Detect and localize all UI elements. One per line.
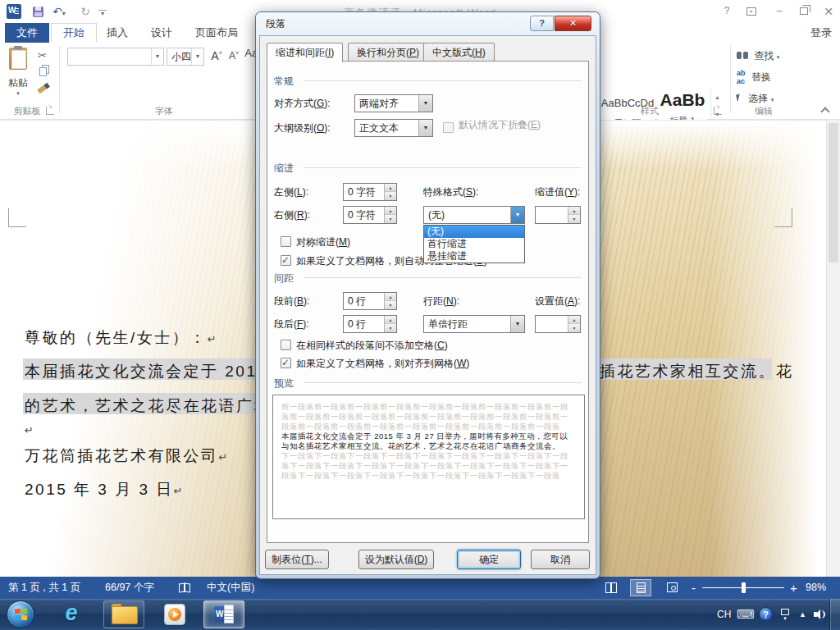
mirror-indents-checkbox[interactable]: [281, 236, 291, 247]
copy-icon[interactable]: [39, 64, 47, 73]
word-count[interactable]: 66/97 个字: [105, 577, 154, 599]
no-space-same-style-checkbox[interactable]: [281, 340, 291, 350]
doc-line-body2: 的艺术，艺术之花尽在花语广场商: [25, 395, 290, 417]
zoom-percent[interactable]: 98%: [806, 577, 826, 599]
paste-icon: [9, 48, 27, 70]
auto-adjust-indent-checkbox[interactable]: [281, 255, 291, 266]
keyboard-icon[interactable]: ⌨: [737, 599, 755, 630]
paste-button[interactable]: 粘贴 ▾: [3, 46, 33, 107]
styles-dialog-launcher-icon[interactable]: [714, 107, 722, 115]
help-icon[interactable]: ?: [720, 5, 733, 16]
save-button[interactable]: [30, 4, 46, 19]
alignment-combo[interactable]: 两端对齐: [354, 94, 433, 112]
outline-level-combo[interactable]: 正文文本: [354, 119, 433, 137]
special-format-combo[interactable]: (无): [423, 206, 525, 224]
zoom-out-button[interactable]: -: [692, 577, 696, 599]
indent-left-label: 左侧(L):: [274, 183, 308, 201]
dropdown-option-first-line[interactable]: 首行缩进: [424, 238, 524, 250]
space-before-spinner[interactable]: 0 行 ▲▼: [343, 292, 397, 310]
spin-down-icon: ▼: [385, 192, 396, 200]
spacing-at-spinner[interactable]: ▲▼: [535, 315, 581, 333]
grow-font-button[interactable]: A˄: [208, 44, 225, 62]
replace-icon: abac: [737, 69, 746, 85]
format-painter-icon[interactable]: [38, 82, 46, 87]
find-button[interactable]: 查找 ▾: [737, 49, 779, 63]
tab-insert[interactable]: 插入: [95, 23, 139, 43]
paragraph-dialog: 段落 ? ✕ 缩进和间距(I) 换行和分页(P) 中文版式(H) 常规 对齐方式…: [256, 12, 600, 578]
indent-left-spinner[interactable]: 0 字符 ▲▼: [343, 183, 397, 201]
sign-in-link[interactable]: 登录: [810, 23, 832, 43]
input-method-indicator[interactable]: CH: [717, 599, 731, 630]
minimize-button[interactable]: –: [773, 5, 786, 16]
tab-indents-spacing[interactable]: 缩进和间距(I): [267, 43, 343, 62]
tab-asian-typography[interactable]: 中文版式(H): [423, 43, 495, 62]
show-hidden-icons-button[interactable]: ▲: [799, 599, 806, 630]
proofing-icon[interactable]: [179, 577, 190, 599]
taskbar-wmp-button[interactable]: [154, 600, 195, 628]
space-before-label: 段前(B):: [274, 292, 309, 310]
indent-right-label: 右侧(R):: [274, 206, 310, 224]
dropdown-option-hanging[interactable]: 悬挂缩进: [424, 250, 524, 262]
select-button[interactable]: 选择 ▾: [737, 92, 774, 106]
taskbar: e CH ⌨ ? ▾ ▲: [0, 599, 840, 630]
font-size-combo[interactable]: 小四: [167, 48, 204, 66]
tab-home[interactable]: 开始: [51, 23, 97, 43]
read-mode-icon[interactable]: [600, 579, 622, 596]
tab-design[interactable]: 设计: [139, 23, 184, 43]
taskbar-explorer-button[interactable]: [103, 600, 144, 628]
clipboard-dialog-launcher-icon[interactable]: [46, 107, 54, 115]
indent-right-spinner[interactable]: 0 字符 ▲▼: [343, 206, 397, 224]
start-button[interactable]: [7, 600, 34, 628]
show-desktop-button[interactable]: [829, 599, 840, 630]
indent-by-spinner[interactable]: ▲▼: [535, 206, 581, 224]
customize-qat-button[interactable]: ▾: [98, 10, 107, 16]
shrink-font-button[interactable]: A˅: [226, 44, 241, 62]
web-layout-icon[interactable]: [661, 579, 682, 596]
vertical-scrollbar[interactable]: [826, 120, 840, 577]
snap-to-grid-checkbox[interactable]: [281, 358, 291, 368]
folder-icon: [112, 606, 136, 623]
tab-line-page-breaks[interactable]: 换行和分页(P): [348, 43, 428, 62]
zoom-slider-thumb[interactable]: [742, 582, 746, 593]
restore-button[interactable]: [797, 5, 810, 12]
font-name-combo[interactable]: [67, 48, 164, 66]
replace-button[interactable]: abac 替换: [737, 69, 771, 86]
dialog-help-button[interactable]: ?: [530, 16, 554, 31]
font-size-dropdown-icon: [191, 48, 203, 65]
tabs-button[interactable]: 制表位(T)...: [265, 550, 329, 569]
taskbar-ie-button[interactable]: e: [51, 600, 92, 628]
zoom-in-button[interactable]: +: [790, 577, 797, 599]
volume-icon[interactable]: [814, 599, 825, 630]
taskbar-word-button[interactable]: [203, 600, 244, 628]
close-button[interactable]: ✕: [822, 5, 835, 18]
cut-icon[interactable]: [38, 49, 47, 62]
redo-button[interactable]: ↻: [77, 4, 94, 19]
outline-level-label: 大纲级别(O):: [274, 119, 331, 137]
doc-line-body1-left: 本届插花文化交流会定于 2015 年: [25, 361, 292, 382]
margin-crop-mark-left: [8, 208, 26, 227]
page-indicator[interactable]: 第 1 页 , 共 1 页: [8, 577, 80, 599]
spin-up-icon: ▲: [385, 293, 396, 301]
line-spacing-combo[interactable]: 单倍行距: [423, 315, 525, 333]
preview-caption: 预览: [274, 377, 294, 390]
indent-by-label: 缩进值(Y):: [535, 183, 580, 201]
zoom-slider[interactable]: [702, 587, 784, 588]
ribbon-display-options-icon[interactable]: [745, 5, 758, 13]
tray-window-icon[interactable]: ▾: [781, 599, 789, 630]
tab-file[interactable]: 文件: [5, 23, 49, 43]
cancel-button[interactable]: 取消: [531, 550, 590, 569]
no-space-same-style-label: 在相同样式的段落间不添加空格(C): [296, 340, 448, 351]
undo-button[interactable]: ↶▾: [51, 4, 67, 19]
collapse-ribbon-icon[interactable]: [820, 107, 829, 116]
special-format-label: 特殊格式(S):: [423, 183, 478, 201]
space-after-spinner[interactable]: 0 行 ▲▼: [343, 315, 397, 333]
print-layout-icon[interactable]: [630, 579, 651, 596]
dialog-close-button[interactable]: ✕: [555, 16, 591, 31]
language-indicator[interactable]: 中文(中国): [207, 577, 254, 599]
dropdown-option-none[interactable]: (无): [424, 226, 524, 238]
language-help-icon[interactable]: ?: [759, 599, 773, 630]
ok-button[interactable]: 确定: [457, 550, 521, 569]
set-default-button[interactable]: 设为默认值(D): [358, 550, 434, 569]
tab-page-layout[interactable]: 页面布局: [184, 23, 249, 43]
scrollbar-thumb[interactable]: [829, 123, 838, 262]
